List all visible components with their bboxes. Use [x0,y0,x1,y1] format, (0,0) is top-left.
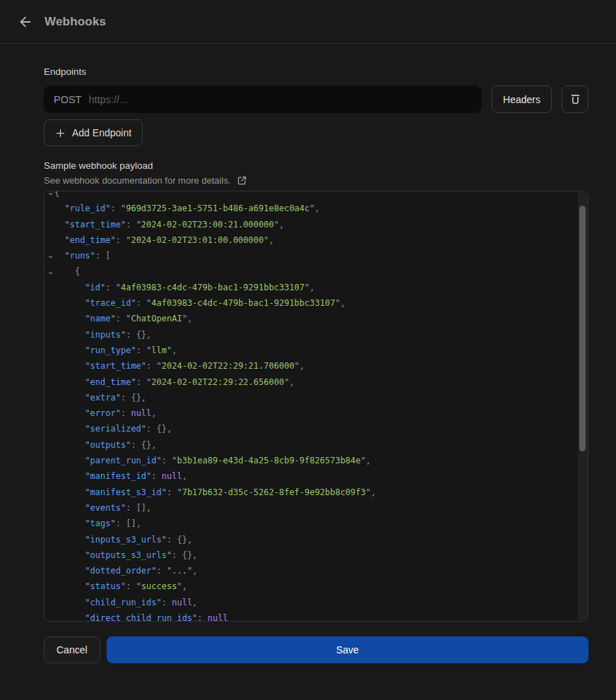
external-link-icon [237,175,247,186]
code-line: "extra": {}, [54,390,588,405]
content: Endpoints POST Headers Add Endpoint Samp… [0,44,616,663]
code-line: "manifest_id": null, [54,468,588,484]
code-line: "tags": [], [54,516,588,531]
code-line: "trace_id": "4af03983-c4dc-479b-bac1-929… [54,295,588,311]
code-line: "id": "4af03983-c4dc-479b-bac1-9291bbc33… [54,280,588,295]
code-line: "name": "ChatOpenAI", [54,311,588,326]
code-line: "end_time": "2024-02-02T23:01:00.000000"… [54,232,588,248]
code-line: "end_time": "2024-02-02T22:29:22.656000"… [54,374,588,390]
endpoint-url-input[interactable] [88,94,472,105]
code-line: "direct_child_run_ids": null [54,610,588,621]
code-line: "inputs": {}, [54,327,588,343]
code-line: "child_run_ids": null, [54,595,588,610]
doc-link-text: See webhook documentation for more detai… [44,175,231,186]
code-line: "rule_id": "969d3725-3ae1-5751-b486-a691… [54,201,588,216]
http-method-label: POST [54,94,81,105]
arrow-left-icon [18,14,33,30]
back-button[interactable] [17,13,34,30]
code-line: "outputs_s3_urls": {}, [54,547,588,563]
code-content: ⌄{ "rule_id": "969d3725-3ae1-5751-b486-a… [45,191,588,621]
plus-icon [55,128,66,138]
webhooks-panel: Webhooks Endpoints POST Headers Add Endp… [0,0,616,663]
add-endpoint-button[interactable]: Add Endpoint [44,119,143,146]
fold-toggle-icon[interactable]: ⌄ [47,268,54,275]
delete-endpoint-button[interactable] [562,85,588,113]
code-line: "error": null, [54,405,588,421]
code-line: ⌄{ [54,191,588,201]
code-line: "start_time": "2024-02-02T23:00:21.00000… [54,217,588,232]
code-line: "outputs": {}, [54,437,588,453]
code-line: "dotted_order": "...", [54,563,588,579]
save-button[interactable]: Save [107,636,588,663]
editor-scrollbar[interactable] [578,192,588,620]
footer-actions: Cancel Save [44,636,588,663]
code-editor[interactable]: ⌄{ "rule_id": "969d3725-3ae1-5751-b486-a… [44,191,588,622]
fold-toggle-icon[interactable]: ⌄ [47,251,54,259]
code-line: "run_type": "llm", [54,343,588,358]
cancel-button[interactable]: Cancel [44,636,100,663]
header: Webhooks [0,0,616,44]
trash-icon [569,93,582,106]
code-line: "inputs_s3_urls": {}, [54,532,588,547]
code-line: "start_time": "2024-02-02T22:29:21.70600… [54,358,588,374]
code-line: "parent_run_id": "b3b1ea89-e43d-4a25-8cb… [54,453,588,468]
add-endpoint-label: Add Endpoint [72,127,131,138]
endpoint-row: POST Headers [44,85,588,113]
page-title: Webhooks [45,15,106,29]
payload-title: Sample webhook payload [44,160,588,171]
code-viewport: ⌄{ "rule_id": "969d3725-3ae1-5751-b486-a… [45,191,588,621]
code-line: ⌄ "runs": [ [54,248,588,263]
doc-link[interactable]: See webhook documentation for more detai… [44,175,247,186]
endpoints-label: Endpoints [44,66,588,77]
code-line: "status": "success", [54,579,588,594]
endpoint-url-box[interactable]: POST [44,85,482,113]
code-line: ⌄ { [54,263,588,279]
code-line: "events": [], [54,500,588,516]
fold-toggle-icon[interactable]: ⌄ [47,191,54,196]
code-line: "manifest_s3_id": "7b17b632-d35c-5262-8f… [54,485,588,500]
headers-button[interactable]: Headers [492,85,552,113]
code-line: "serialized": {}, [54,421,588,437]
scrollbar-thumb[interactable] [579,206,586,451]
